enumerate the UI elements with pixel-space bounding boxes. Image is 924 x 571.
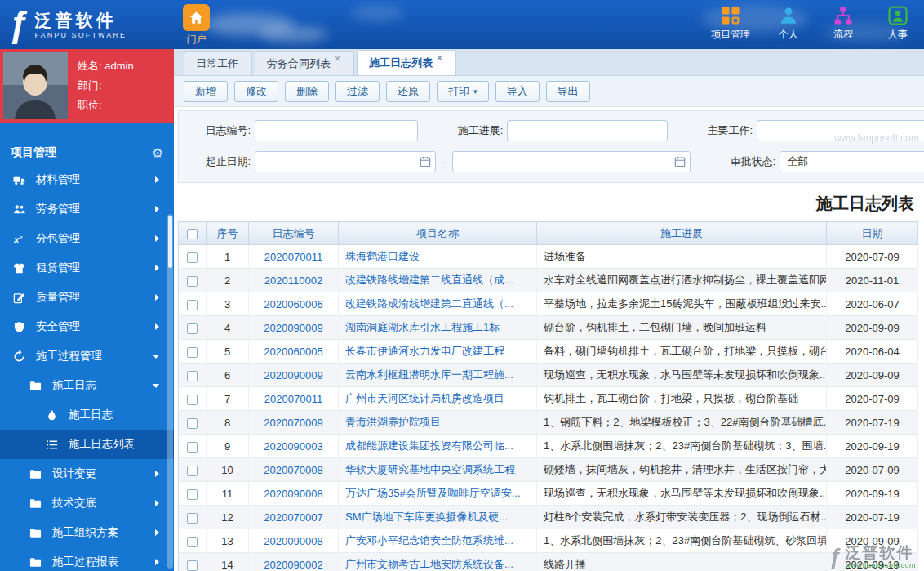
sidebar-item-construction-log-list[interactable]: 施工日志列表	[0, 430, 174, 459]
restore-button[interactable]: 还原	[386, 81, 430, 102]
project-link[interactable]: SM广场地下车库更换摄像机及硬...	[345, 511, 508, 523]
sidebar-item-tech-disclosure[interactable]: 技术交底	[0, 488, 174, 518]
log-no-link[interactable]: 2020090008	[264, 488, 322, 500]
row-checkbox[interactable]	[187, 371, 198, 381]
sidebar-item-quality[interactable]: 质量管理	[0, 283, 174, 312]
project-link[interactable]: 华软大厦研究基地中央空调系统工程	[345, 463, 515, 475]
sidebar-item-label: 施工过程管理	[36, 349, 102, 364]
row-checkbox[interactable]	[187, 537, 198, 547]
log-no-link[interactable]: 2020070011	[264, 251, 322, 263]
row-checkbox[interactable]	[187, 418, 198, 429]
row-checkbox[interactable]	[187, 347, 198, 358]
log-no-link[interactable]: 2020090002	[264, 559, 322, 571]
tab-labor-contract-list[interactable]: 劳务合同列表×	[255, 51, 354, 75]
log-no-input[interactable]	[255, 120, 418, 141]
project-link[interactable]: 万达广场35#会所暨及咖啡厅空调安...	[345, 487, 521, 499]
toolbar-button-label: 还原	[398, 84, 419, 99]
row-checkbox[interactable]	[187, 300, 198, 310]
close-icon[interactable]: ×	[335, 53, 340, 65]
log-no-link[interactable]: 2020060005	[264, 346, 322, 358]
progress-label: 施工进展:	[439, 123, 503, 138]
import-button[interactable]: 导入	[495, 81, 540, 102]
column-header-4[interactable]: 日期	[827, 222, 918, 245]
project-link[interactable]: 长春市伊通河水力发电厂改建工程	[345, 345, 504, 357]
end-date-input[interactable]	[452, 151, 691, 172]
tab-construction-log-list[interactable]: 施工日志列表×	[357, 50, 456, 75]
sidebar-item-construction-log-entry[interactable]: 施工日志	[0, 400, 174, 430]
row-checkbox[interactable]	[187, 276, 198, 287]
sidebar-item-construction-log[interactable]: 施工日志	[0, 371, 174, 400]
sidebar-item-subcontract[interactable]: x²分包管理	[0, 224, 174, 253]
sidebar-item-construction-process-report[interactable]: 施工过程报表	[0, 547, 174, 571]
calendar-icon[interactable]	[674, 156, 686, 167]
calendar-icon[interactable]	[420, 156, 431, 167]
add-button[interactable]: 新增	[184, 81, 228, 102]
log-no-link[interactable]: 2020090009	[264, 369, 322, 381]
sidebar-item-design-change[interactable]: 设计变更	[0, 459, 174, 488]
log-no-link[interactable]: 2020070008	[264, 464, 322, 476]
sidebar-item-construction-process[interactable]: 施工过程管理	[0, 341, 174, 371]
close-icon[interactable]: ×	[437, 52, 442, 64]
start-date-input[interactable]	[255, 151, 436, 172]
progress-input[interactable]	[507, 120, 668, 141]
main-work-input[interactable]	[757, 120, 924, 141]
row-checkbox[interactable]	[187, 513, 198, 524]
brand-logo-icon: ƒ	[8, 5, 28, 44]
project-link[interactable]: 广州市天河区统计局机房改造项目	[345, 392, 504, 404]
project-link[interactable]: 成都能源建设集团投资有限公司临...	[345, 439, 513, 452]
project-link[interactable]: 湖南洞庭湖水库引水工程施工1标	[345, 321, 500, 333]
row-checkbox[interactable]	[187, 560, 198, 571]
delete-button[interactable]: 删除	[285, 81, 329, 102]
edit-button[interactable]: 修改	[234, 81, 278, 102]
filter-button[interactable]: 过滤	[335, 81, 380, 102]
row-checkbox[interactable]	[187, 489, 198, 500]
row-checkbox[interactable]	[187, 252, 198, 263]
tab-daily-work[interactable]: 日常工作	[184, 51, 252, 75]
filter-panel: 日志编号: 施工进展: 主要工作: 起止日期: -	[178, 110, 924, 183]
sidebar-item-safety[interactable]: 安全管理	[0, 312, 174, 341]
row-number: 10	[207, 458, 249, 482]
nav-project-management[interactable]: 项目管理	[711, 4, 750, 42]
approval-select[interactable]: 全部 ▾	[780, 151, 924, 172]
sidebar-item-label: 分包管理	[36, 231, 80, 246]
project-link[interactable]: 云南水利枢纽潜明水库一期工程施...	[345, 368, 513, 381]
project-link[interactable]: 珠海鹤港口建设	[345, 250, 420, 262]
row-checkbox[interactable]	[187, 323, 198, 334]
column-header-2[interactable]: 项目名称	[339, 222, 537, 245]
nav-workflow[interactable]: 流程	[827, 4, 860, 42]
table-row: 132020090008广安邓小平纪念馆安全防范系统维...1、水系北侧围墙抹灰…	[179, 529, 918, 553]
column-header-0[interactable]: 序号	[207, 222, 249, 245]
log-no-link[interactable]: 2020070011	[264, 393, 322, 405]
sidebar-item-lease[interactable]: 租赁管理	[0, 253, 174, 283]
nav-personal[interactable]: 个人	[772, 4, 805, 42]
portal-button[interactable]: 门户	[183, 4, 210, 47]
print-button[interactable]: 打印▾	[437, 81, 489, 102]
sidebar-item-labor[interactable]: 劳务管理	[0, 194, 174, 224]
project-link[interactable]: 广州市文物考古工地安防系统设备...	[345, 558, 513, 570]
sidebar-item-construction-org-plan[interactable]: 施工组织方案	[0, 518, 174, 547]
log-no-link[interactable]: 2020090008	[264, 535, 322, 547]
edit-icon	[13, 291, 29, 304]
log-no-link[interactable]: 2020070007	[264, 511, 322, 524]
project-link[interactable]: 广安邓小平纪念馆安全防范系统维...	[345, 534, 513, 546]
project-link[interactable]: 改建铁路线增建第二线直通线（成...	[345, 274, 513, 286]
select-all-checkbox[interactable]	[187, 229, 198, 239]
column-header-1[interactable]: 日志编号	[249, 222, 339, 245]
sidebar-item-material[interactable]: 材料管理	[0, 165, 174, 194]
row-checkbox[interactable]	[187, 395, 198, 405]
gear-icon[interactable]: ⚙	[152, 145, 163, 161]
log-no-link[interactable]: 2020060006	[264, 298, 322, 310]
log-no-link[interactable]: 2020110002	[264, 274, 322, 287]
sidebar-scrollbar[interactable]	[167, 214, 173, 569]
row-checkbox[interactable]	[187, 442, 198, 453]
column-header-3[interactable]: 施工进展	[537, 222, 827, 245]
project-link[interactable]: 改建铁路成渝线增建第二直通线（...	[345, 297, 513, 310]
project-link[interactable]: 青海洪湖养护院项目	[345, 416, 441, 428]
log-no-link[interactable]: 2020070009	[264, 417, 322, 429]
log-no-link[interactable]: 2020090003	[264, 440, 322, 453]
row-checkbox[interactable]	[187, 466, 198, 476]
log-no-link[interactable]: 2020090009	[264, 322, 322, 334]
scrollbar-thumb[interactable]	[168, 216, 172, 268]
nav-hr[interactable]: 人事	[882, 4, 914, 42]
export-button[interactable]: 导出	[546, 81, 590, 102]
